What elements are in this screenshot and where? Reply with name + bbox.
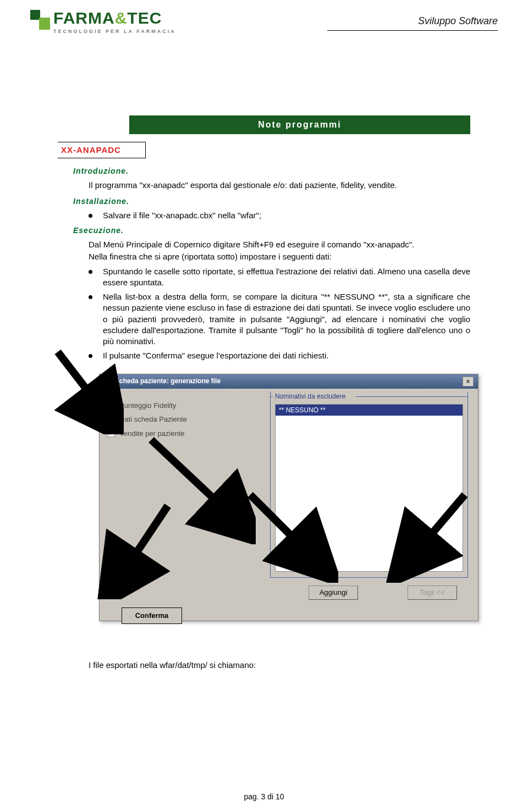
annotation-arrow-icon bbox=[382, 484, 476, 583]
brand-right: TEC bbox=[127, 9, 162, 27]
close-button[interactable]: × bbox=[463, 377, 474, 386]
checkbox-label: Punteggio Fidelity bbox=[119, 401, 176, 411]
title-band: Note programmi bbox=[129, 115, 470, 134]
aggiungi-button[interactable]: Aggiungi bbox=[309, 585, 358, 600]
annotation-arrow-icon bbox=[52, 346, 124, 434]
install-list: Salvare il file "xx-anapadc.cbx" nella "… bbox=[89, 210, 470, 221]
embedded-screenshot: Scheda paziente: generazione file × Punt… bbox=[74, 374, 481, 638]
conferma-button[interactable]: Conferma bbox=[122, 607, 182, 624]
header-rule bbox=[327, 30, 498, 31]
document-body: Note programmi XX-ANAPADC Introduzione. … bbox=[0, 44, 528, 671]
exec-line-2: Nella finestra che si apre (riportata so… bbox=[89, 251, 470, 262]
header-section-title: Sviluppo Software bbox=[418, 15, 498, 27]
brand-wordmark: FARMA&TEC bbox=[53, 10, 176, 26]
footnote: I file esportati nella wfar/dat/tmp/ si … bbox=[89, 660, 470, 671]
exec-bullet-2: Nella list-box a destra della form, se c… bbox=[89, 291, 470, 347]
fieldset-legend: Nominativi da escludere bbox=[274, 392, 346, 401]
logo-mark-icon bbox=[30, 10, 50, 30]
dialog-title: Scheda paziente: generazione file bbox=[115, 377, 221, 385]
heading-introduzione: Introduzione. bbox=[73, 166, 470, 176]
install-item: Salvare il file "xx-anapadc.cbx" nella "… bbox=[89, 210, 470, 221]
annotation-arrow-icon bbox=[239, 484, 338, 583]
intro-paragraph: Il programma "xx-anapadc" esporta dal ge… bbox=[89, 180, 470, 191]
page-number: pag. 3 di 10 bbox=[0, 792, 528, 801]
heading-esecuzione: Esecuzione. bbox=[73, 225, 470, 236]
brand-left: FARMA bbox=[53, 9, 115, 27]
page-header: FARMA&TEC TECNOLOGIE PER LA FARMACIA Svi… bbox=[0, 0, 528, 44]
svg-line-4 bbox=[404, 495, 465, 566]
section-name: XX-ANAPADC bbox=[58, 142, 146, 158]
checkbox-label: Dati scheda Paziente bbox=[119, 415, 187, 424]
svg-line-3 bbox=[250, 495, 322, 566]
list-item[interactable]: ** NESSUNO ** bbox=[276, 405, 463, 416]
togli-button[interactable]: Togli << bbox=[408, 585, 457, 600]
heading-installazione: Installazione. bbox=[73, 196, 470, 207]
exec-line-1: Dal Menù Principale di Copernico digitar… bbox=[89, 239, 470, 250]
svg-line-0 bbox=[58, 352, 113, 423]
exec-bullet-list: Spuntando le caselle sotto riportate, si… bbox=[89, 266, 470, 362]
dialog-titlebar: Scheda paziente: generazione file × bbox=[100, 374, 478, 389]
svg-line-2 bbox=[113, 506, 168, 588]
annotation-arrow-icon bbox=[96, 500, 184, 599]
brand-ampersand: & bbox=[115, 9, 128, 27]
brand-tagline: TECNOLOGIE PER LA FARMACIA bbox=[53, 29, 176, 34]
exec-bullet-3: Il pulsante "Conferma" esegue l'esportaz… bbox=[89, 350, 470, 361]
exec-bullet-1: Spuntando le caselle sotto riportate, si… bbox=[89, 266, 470, 289]
